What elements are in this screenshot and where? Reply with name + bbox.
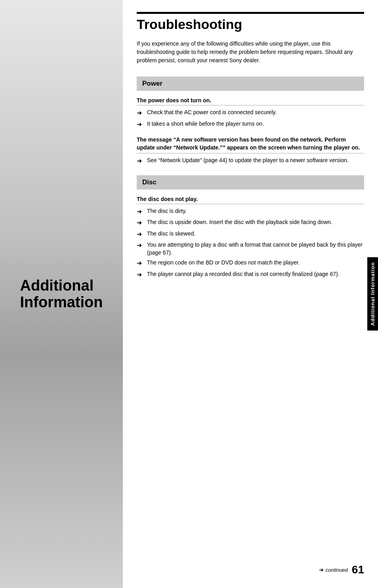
sidebar: Additional Information [0,0,123,588]
right-label-strip: Additional Information [367,0,378,588]
arrow-icon: ➜ [137,157,145,165]
right-tab-label: Additional Information [367,257,378,331]
power-section: Power The power does not turn on. ➜ Chec… [137,77,364,165]
arrow-icon: ➜ [137,241,145,250]
footer-arrow-icon: ➜ [319,567,324,573]
sidebar-title-line2: Information [20,294,103,310]
list-item: ➜ The disc is dirty. [137,207,364,216]
arrow-icon: ➜ [137,207,145,216]
sidebar-title-line1: Additional [20,277,94,294]
bullet-text: See “Network Update” (page 44) to update… [147,157,364,165]
bullet-text: It takes a short while before the player… [147,120,364,128]
disc-sub1-title: The disc does not play. [137,196,364,204]
footer-page-number: 61 [352,563,364,576]
arrow-icon: ➜ [137,218,145,227]
sidebar-title: Additional Information [20,278,103,311]
arrow-icon: ➜ [137,120,145,129]
power-sub2-list: ➜ See “Network Update” (page 44) to upda… [137,157,364,165]
disc-section-header: Disc [137,175,364,190]
power-section-header: Power [137,77,364,91]
bullet-text: The region code on the BD or DVD does no… [147,259,364,267]
power-sub1-title: The power does not turn on. [137,97,364,105]
main-content: Troubleshooting If you experience any of… [123,0,378,588]
page-title: Troubleshooting [137,17,364,32]
list-item: ➜ You are attempting to play a disc with… [137,241,364,257]
page-footer: ➜ continued 61 [319,563,364,576]
disc-section: Disc The disc does not play. ➜ The disc … [137,175,364,279]
list-item: ➜ The disc is upside down. Insert the di… [137,218,364,227]
bullet-text: The disc is skewed. [147,230,364,238]
list-item: ➜ The player cannot play a recorded disc… [137,270,364,279]
arrow-icon: ➜ [137,109,145,117]
bullet-text: The disc is dirty. [147,207,364,215]
bullet-text: The player cannot play a recorded disc t… [147,270,364,278]
power-sub2-title: The message “A new software version has … [137,136,364,153]
power-sub1-list: ➜ Check that the AC power cord is connec… [137,109,364,129]
footer-continued: continued [325,567,347,573]
disc-sub1-list: ➜ The disc is dirty. ➜ The disc is upsid… [137,207,364,279]
power-subsection-2: The message “A new software version has … [137,136,364,166]
power-section-title: Power [142,80,162,87]
list-item: ➜ The region code on the BD or DVD does … [137,259,364,268]
power-subsection-1: The power does not turn on. ➜ Check that… [137,97,364,129]
list-item: ➜ Check that the AC power cord is connec… [137,109,364,117]
disc-subsection-1: The disc does not play. ➜ The disc is di… [137,196,364,279]
bullet-text: You are attempting to play a disc with a… [147,241,364,257]
bullet-text: Check that the AC power cord is connecte… [147,109,364,117]
intro-text: If you experience any of the following d… [137,40,364,65]
bullet-text: The disc is upside down. Insert the disc… [147,218,364,226]
list-item: ➜ See “Network Update” (page 44) to upda… [137,157,364,165]
page-container: Additional Information Troubleshooting I… [0,0,378,588]
arrow-icon: ➜ [137,259,145,268]
list-item: ➜ It takes a short while before the play… [137,120,364,129]
disc-section-title: Disc [142,178,157,186]
list-item: ➜ The disc is skewed. [137,230,364,239]
arrow-icon: ➜ [137,230,145,239]
page-title-bar: Troubleshooting [137,12,364,32]
arrow-icon: ➜ [137,270,145,279]
